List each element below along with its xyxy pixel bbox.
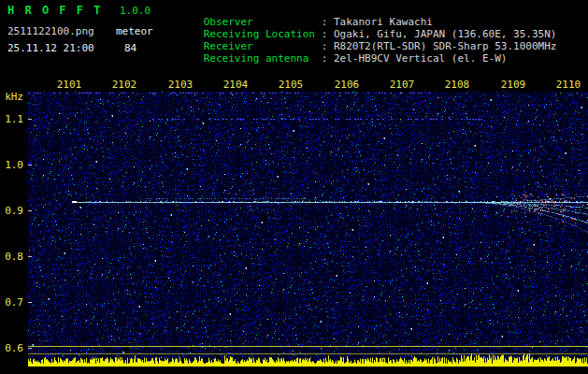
time-tick: 2101 xyxy=(56,79,82,91)
mode-label: meteor xyxy=(116,25,153,37)
time-tick: 2106 xyxy=(334,79,360,91)
info-row-observer: Observer: Takanori Kawachi xyxy=(166,4,556,16)
output-filename: 2511122100.png xyxy=(7,25,94,37)
app-version: 1.0.0 xyxy=(120,5,151,17)
info-value: : 2el-HB9CV Vertical (el. E-W) xyxy=(322,52,508,65)
time-tick: 2109 xyxy=(500,79,526,91)
time-tick: 2103 xyxy=(167,79,194,91)
time-tick: 2104 xyxy=(222,79,249,91)
datetime-label: 25.11.12 21:00 xyxy=(7,42,94,54)
info-label: Receiving antenna xyxy=(204,52,322,65)
freq-tick: 1.1 xyxy=(1,113,23,125)
time-tick: 2105 xyxy=(278,79,304,91)
echo-count: 84 xyxy=(124,42,136,54)
station-info-panel: Observer: Takanori Kawachi Receiving Loc… xyxy=(166,4,556,52)
info-value: : R820T2(RTL-SDR) SDR-Sharp 53.1000MHz xyxy=(322,40,557,52)
freq-unit-label: kHz xyxy=(1,91,23,103)
time-tick: 2107 xyxy=(389,79,415,91)
hrofft-window: H R O F F T 1.0.0 2511122100.png meteor … xyxy=(0,0,588,374)
info-label: Receiving Location xyxy=(204,28,322,40)
app-title: H R O F F T xyxy=(7,4,102,17)
freq-tick: 1.0 xyxy=(1,159,23,171)
freq-tick: 0.8 xyxy=(1,251,23,263)
info-value: : Takanori Kawachi xyxy=(322,16,433,28)
freq-tick: 0.9 xyxy=(1,205,23,217)
freq-tick: 0.7 xyxy=(1,296,23,309)
info-value: : Ogaki, Gifu, JAPAN (136.60E, 35.35N) xyxy=(322,28,557,40)
spectrogram-canvas xyxy=(28,92,588,367)
time-tick: 2102 xyxy=(111,79,137,91)
info-label: Receiver xyxy=(204,40,322,52)
time-tick: 2108 xyxy=(444,79,470,91)
time-tick: 2110 xyxy=(555,79,581,91)
info-label: Observer xyxy=(204,16,322,28)
freq-tick: 0.6 xyxy=(1,342,23,354)
